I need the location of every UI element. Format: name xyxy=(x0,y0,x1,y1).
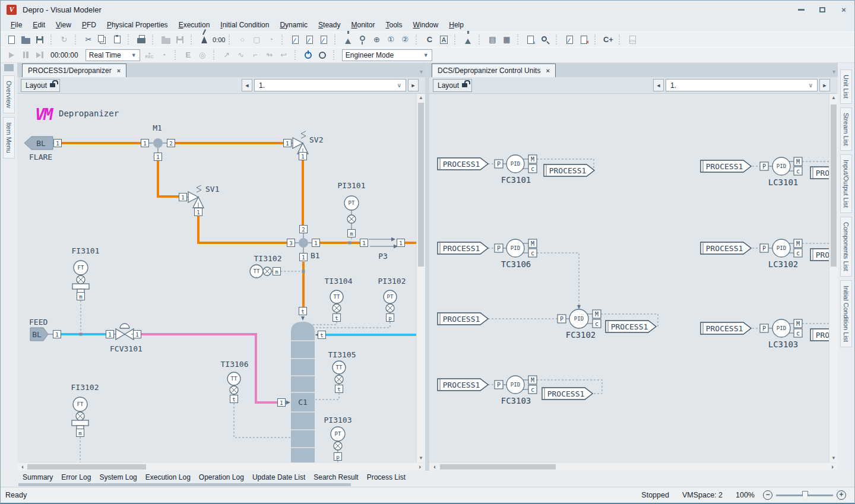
scroll-left-icon[interactable]: ‹ xyxy=(430,463,439,471)
mode-combo[interactable]: Engineer Mode▼ xyxy=(342,49,432,61)
menu-view[interactable]: View xyxy=(50,18,77,31)
menu-window[interactable]: Window xyxy=(408,18,444,31)
dcs-horizontal-scrollbar[interactable]: ‹ › xyxy=(429,462,838,471)
tab-dcs-control-units[interactable]: DCS/Depropanizer Control Units × xyxy=(432,64,556,77)
tab-process-list[interactable]: Process List xyxy=(363,473,410,482)
zoom-100-icon[interactable]: 100 xyxy=(524,33,538,46)
page-combo[interactable]: 1.∨ xyxy=(254,79,406,91)
menu-pfd[interactable]: PFD xyxy=(77,18,102,31)
minimize-button[interactable] xyxy=(790,1,812,18)
ring-icon[interactable] xyxy=(315,49,330,62)
pfd-vertical-scrollbar[interactable]: ▲ ▼ xyxy=(416,94,425,462)
close-tab-icon[interactable]: × xyxy=(117,67,121,74)
tab-process1-depropanizer[interactable]: PROCESS1/Depropanizer × xyxy=(22,64,126,77)
tab-list-dropdown-icon[interactable]: ▾ xyxy=(420,68,423,75)
save-icon[interactable] xyxy=(33,33,47,46)
scroll-up-icon[interactable]: ▲ xyxy=(417,94,425,102)
menu-dynamic[interactable]: Dynamic xyxy=(274,18,313,31)
scroll-down-icon[interactable]: ▼ xyxy=(829,454,838,462)
valve-sv1[interactable]: SV1 xyxy=(186,185,219,208)
menu-edit[interactable]: Edit xyxy=(27,18,50,31)
tab-list-dropdown-icon[interactable]: ▾ xyxy=(832,68,835,75)
plumb-icon[interactable] xyxy=(355,33,369,46)
zoom-slider-thumb[interactable] xyxy=(802,491,808,499)
sidebar-tab-item-menu[interactable]: Item Menu xyxy=(3,117,15,159)
close-tab-icon[interactable]: × xyxy=(546,67,549,74)
sidebar-tab-components-list[interactable]: Components List xyxy=(840,217,852,277)
panel-splitter[interactable] xyxy=(425,63,429,471)
scrollbar-thumb[interactable] xyxy=(831,104,837,267)
scroll-right-icon[interactable]: › xyxy=(416,463,424,471)
edit-doc-icon[interactable] xyxy=(316,33,331,46)
tab-search-result[interactable]: Search Result xyxy=(309,473,362,482)
list-report-icon[interactable]: ▦ xyxy=(499,33,514,46)
new-document-icon[interactable] xyxy=(4,33,18,46)
edit-pfd-icon[interactable] xyxy=(288,33,302,46)
tab-system-log[interactable]: System Log xyxy=(95,473,141,482)
address-book-icon[interactable]: ▤ xyxy=(485,33,499,46)
tab-operation-log[interactable]: Operation Log xyxy=(195,473,248,482)
delete-note-icon[interactable] xyxy=(577,33,591,46)
menu-monitor[interactable]: Monitor xyxy=(346,18,380,31)
magnifier-icon[interactable] xyxy=(538,33,552,46)
menu-execution[interactable]: Execution xyxy=(173,18,216,31)
speed-combo[interactable]: Real Time▼ xyxy=(86,49,140,61)
tab-summary[interactable]: Summary xyxy=(18,473,57,482)
scroll-right-icon[interactable]: › xyxy=(828,463,837,471)
mixer-m1[interactable]: M1 xyxy=(148,123,167,153)
print-icon[interactable] xyxy=(134,33,148,46)
pfd-horizontal-scrollbar[interactable]: ‹ › xyxy=(17,462,425,471)
scrollbar-thumb[interactable] xyxy=(418,103,424,267)
sidebar-tab-overview[interactable]: Overview xyxy=(3,75,15,113)
instrument-pi3102[interactable]: PI3102 PT xyxy=(378,277,406,314)
layout-button[interactable]: Layout xyxy=(21,79,60,92)
scroll-down-icon[interactable]: ▼ xyxy=(417,454,425,462)
instrument-ti3106[interactable]: TI3106 TT xyxy=(220,360,248,395)
instrument-ti3104[interactable]: TI3104 TT xyxy=(324,277,352,314)
instrument-fi3102[interactable]: FI3102 FT xyxy=(71,383,99,431)
add-note-icon[interactable] xyxy=(562,33,577,46)
sidebar-tab-unit-list[interactable]: Unit List xyxy=(840,69,852,104)
metronome-icon[interactable] xyxy=(197,33,211,46)
sidebar-tab-initial-condition-list[interactable]: Initial Condition List xyxy=(840,280,852,347)
instrument-pi3101[interactable]: PI3101 PT xyxy=(337,181,365,230)
power-icon[interactable] xyxy=(301,49,315,62)
flask-icon[interactable] xyxy=(461,33,475,46)
instrument-pi3103[interactable]: PI3103 PT xyxy=(324,416,352,453)
annotation-icon[interactable]: A xyxy=(436,33,451,46)
scrollbar-thumb[interactable] xyxy=(27,464,146,470)
dcs-vertical-scrollbar[interactable]: ▲ ▼ xyxy=(829,94,838,462)
column-c1[interactable]: C1 xyxy=(286,316,319,462)
scroll-up-icon[interactable]: ▲ xyxy=(829,94,838,102)
weight-icon[interactable] xyxy=(341,33,355,46)
prev-page-button[interactable]: ◄ xyxy=(242,79,252,91)
tab-error-log[interactable]: Error Log xyxy=(57,473,95,482)
pfd-canvas[interactable]: VM Depropanizer xyxy=(17,94,417,462)
menu-help[interactable]: Help xyxy=(444,18,469,31)
boundary-feed[interactable]: FEED BL xyxy=(29,318,53,341)
instrument-ti3105[interactable]: TI3105 TT xyxy=(328,350,356,385)
tab-execution-log[interactable]: Execution Log xyxy=(141,473,195,482)
edit-sheet-icon[interactable] xyxy=(302,33,316,46)
zoom-slider[interactable] xyxy=(776,495,833,496)
controller-tc3106[interactable]: PROCESS1 PID P M c TC3106 xyxy=(438,239,537,269)
scroll-left-icon[interactable]: ‹ xyxy=(18,463,27,471)
menu-steady[interactable]: Steady xyxy=(313,18,346,31)
dcs-canvas[interactable]: PROCESS1 PID P M c FC3101 PROCESS1 PROCE… xyxy=(429,94,829,462)
tag-1-icon[interactable]: ① xyxy=(384,33,398,46)
valve-sv2[interactable]: SV2 xyxy=(291,131,323,154)
next-page-button[interactable]: ► xyxy=(819,79,830,91)
zoom-out-button[interactable]: − xyxy=(763,490,772,500)
maximize-button[interactable] xyxy=(812,1,833,18)
copy-icon[interactable] xyxy=(96,33,110,46)
target-icon[interactable]: ⊕ xyxy=(369,33,384,46)
scrollbar-thumb[interactable] xyxy=(440,464,556,470)
instrument-fi3101[interactable]: FI3101 FT xyxy=(71,246,99,294)
menu-initial-condition[interactable]: Initial Condition xyxy=(215,18,274,31)
zoom-in-button[interactable]: + xyxy=(837,490,846,500)
sidebar-tab-input-output-list[interactable]: Input/Output List xyxy=(840,154,852,213)
open-icon[interactable] xyxy=(18,33,33,46)
menu-file[interactable]: File xyxy=(5,18,27,31)
tab-update-date-list[interactable]: Update Date List xyxy=(248,473,309,482)
c-plus-icon[interactable]: C+ xyxy=(601,33,615,46)
